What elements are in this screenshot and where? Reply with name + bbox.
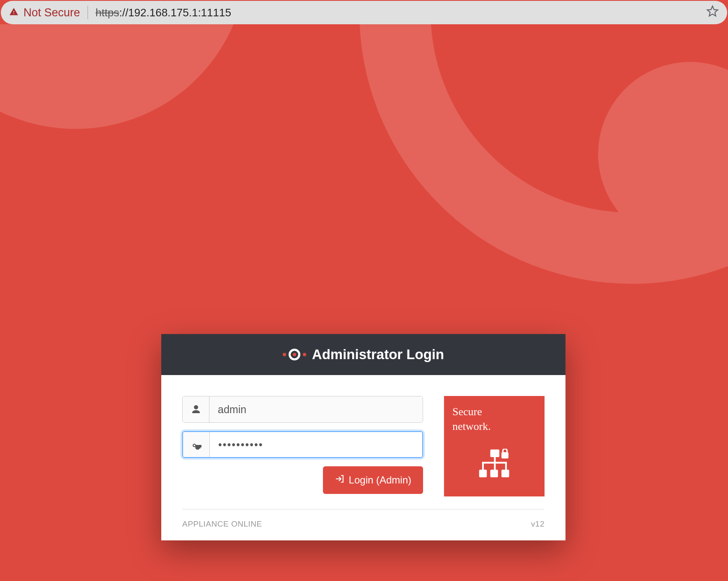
key-icon — [183, 432, 210, 457]
login-button[interactable]: Login (Admin) — [323, 466, 423, 494]
url-scheme: https — [96, 6, 119, 19]
card-header: Administrator Login — [161, 334, 565, 375]
login-card: Administrator Login — [161, 334, 565, 540]
header-title: Administrator Login — [312, 347, 444, 362]
user-icon — [183, 396, 209, 422]
svg-rect-2 — [490, 470, 498, 477]
promo-panel: Secure network. — [444, 396, 545, 496]
brand-logo-icon — [283, 349, 306, 360]
svg-rect-4 — [501, 452, 509, 458]
url-remainder: ://192.168.175.1:11115 — [119, 6, 231, 19]
security-status-label: Not Secure — [23, 6, 80, 19]
password-row[interactable] — [182, 431, 423, 458]
decorative-circle-icon — [0, 24, 247, 129]
appliance-status: APPLIANCE ONLINE — [182, 519, 262, 529]
vertical-divider — [88, 6, 88, 19]
card-footer: APPLIANCE ONLINE v12 — [182, 509, 545, 540]
url-text[interactable]: https://192.168.175.1:11115 — [96, 6, 231, 19]
bookmark-star-icon[interactable] — [706, 5, 719, 21]
login-button-label: Login (Admin) — [349, 474, 411, 486]
warning-icon — [9, 6, 18, 19]
promo-text: Secure network. — [452, 404, 536, 434]
svg-rect-3 — [501, 470, 509, 477]
password-input[interactable] — [210, 432, 422, 457]
version-label: v12 — [531, 519, 545, 529]
svg-rect-0 — [490, 450, 499, 457]
username-input[interactable] — [209, 396, 423, 422]
username-row[interactable] — [182, 396, 423, 423]
page-background: Administrator Login — [0, 24, 728, 581]
login-form: Login (Admin) — [182, 396, 423, 496]
card-body: Login (Admin) Secure network. — [161, 375, 565, 509]
login-arrow-icon — [335, 474, 345, 486]
network-lock-icon — [477, 449, 512, 484]
address-bar[interactable]: Not Secure https://192.168.175.1:11115 — [1, 1, 727, 24]
svg-rect-1 — [479, 470, 486, 477]
